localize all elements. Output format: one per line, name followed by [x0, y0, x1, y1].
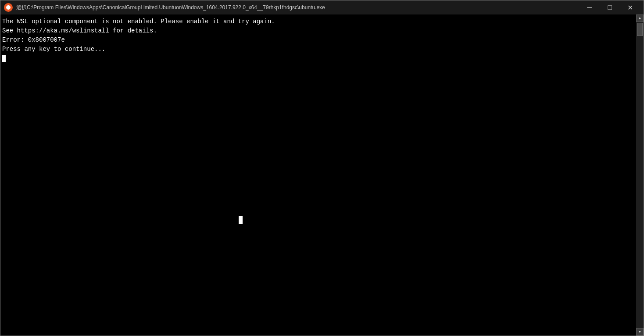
app-icon [4, 3, 13, 12]
terminal-line-1: The WSL optional component is not enable… [2, 17, 634, 26]
terminal-line-2: See https://aka.ms/wslinstall for detail… [2, 26, 634, 36]
minimize-button[interactable]: ─ [580, 0, 600, 14]
title-bar: 選択C:\Program Files\WindowsApps\Canonical… [0, 0, 644, 14]
scroll-down-button[interactable]: ▼ [636, 328, 644, 336]
window-content: The WSL optional component is not enable… [0, 14, 644, 336]
terminal-line-3: Error: 0x8007007e [2, 36, 634, 45]
terminal-window: 選択C:\Program Files\WindowsApps\Canonical… [0, 0, 644, 336]
scrollbar-track-area[interactable] [636, 22, 644, 328]
terminal-line-4: Press any key to continue... [2, 45, 634, 54]
mouse-cursor [239, 216, 243, 224]
terminal-cursor-line [2, 54, 634, 63]
terminal-area[interactable]: The WSL optional component is not enable… [0, 14, 636, 336]
window-title: 選択C:\Program Files\WindowsApps\Canonical… [16, 4, 580, 11]
window-controls: ─ □ ✕ [580, 0, 640, 14]
close-button[interactable]: ✕ [620, 0, 640, 14]
maximize-button[interactable]: □ [600, 0, 620, 14]
scroll-up-button[interactable]: ▲ [636, 14, 644, 22]
terminal-cursor [2, 55, 6, 62]
scrollbar: ▲ ▼ [636, 14, 644, 336]
scrollbar-thumb[interactable] [637, 23, 643, 36]
